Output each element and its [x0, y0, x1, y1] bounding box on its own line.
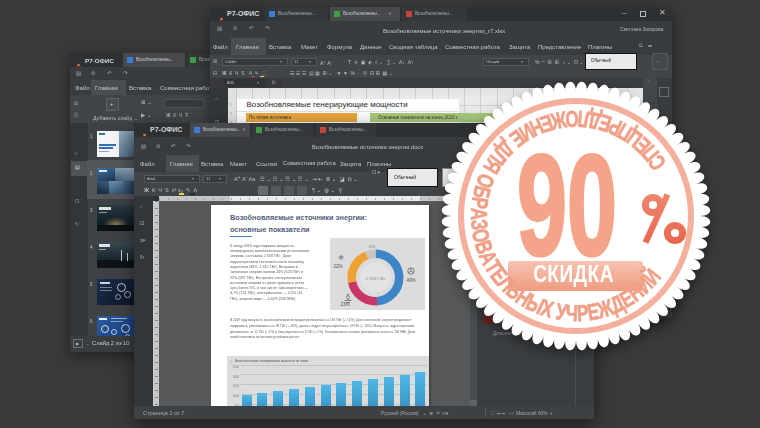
svg-text:22%: 22%	[333, 264, 342, 269]
svg-text:СКИДКА: СКИДКА	[533, 261, 614, 286]
svg-text:❄: ❄	[338, 254, 344, 261]
svg-text:5%: 5%	[369, 244, 375, 249]
svg-text:2 658 ГВт: 2 658 ГВт	[366, 276, 385, 281]
svg-text:49%: 49%	[406, 278, 415, 283]
